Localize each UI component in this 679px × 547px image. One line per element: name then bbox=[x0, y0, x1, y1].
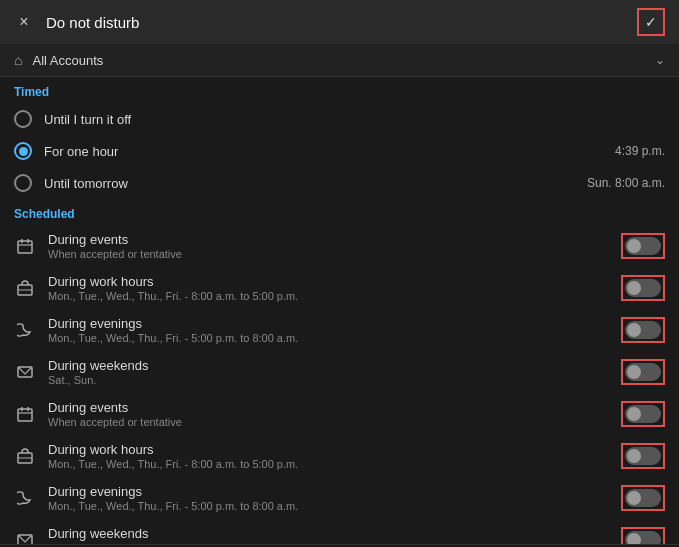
scheduled-title-6: During evenings bbox=[48, 484, 613, 499]
timed-option-1[interactable]: For one hour 4:39 p.m. bbox=[0, 135, 679, 167]
main-content: Timed Until I turn it off For one hour 4… bbox=[0, 77, 679, 544]
scheduled-text-6: During eveningsMon., Tue., Wed., Thu., F… bbox=[48, 484, 613, 512]
radio-button-2[interactable] bbox=[14, 174, 32, 192]
timed-time-1: 4:39 p.m. bbox=[615, 144, 665, 158]
account-name: All Accounts bbox=[32, 53, 655, 68]
toggle-container-6 bbox=[621, 485, 665, 511]
scheduled-item-6[interactable]: During eveningsMon., Tue., Wed., Thu., F… bbox=[0, 477, 679, 519]
close-icon: × bbox=[19, 13, 28, 31]
scheduled-item-0[interactable]: During eventsWhen accepted or tentative bbox=[0, 225, 679, 267]
header: × Do not disturb ✓ bbox=[0, 0, 679, 44]
toggle-2[interactable] bbox=[625, 321, 661, 339]
toggle-6[interactable] bbox=[625, 489, 661, 507]
scheduled-text-0: During eventsWhen accepted or tentative bbox=[48, 232, 613, 260]
calendar-icon-4 bbox=[14, 403, 36, 425]
moon-icon-6 bbox=[14, 487, 36, 509]
timed-label-2: Until tomorrow bbox=[44, 176, 587, 191]
toggle-container-5 bbox=[621, 443, 665, 469]
scheduled-title-3: During weekends bbox=[48, 358, 613, 373]
toggle-container-0 bbox=[621, 233, 665, 259]
scheduled-text-1: During work hoursMon., Tue., Wed., Thu.,… bbox=[48, 274, 613, 302]
scheduled-title-2: During evenings bbox=[48, 316, 613, 331]
scheduled-title-4: During events bbox=[48, 400, 613, 415]
account-selector[interactable]: ⌂ All Accounts ⌄ bbox=[0, 44, 679, 77]
toggle-7[interactable] bbox=[625, 531, 661, 544]
timed-section-label: Timed bbox=[0, 77, 679, 103]
scheduled-subtitle-3: Sat., Sun. bbox=[48, 374, 613, 386]
briefcase-icon-1 bbox=[14, 277, 36, 299]
scheduled-subtitle-2: Mon., Tue., Wed., Thu., Fri. - 5:00 p.m.… bbox=[48, 332, 613, 344]
timed-option-0[interactable]: Until I turn it off bbox=[0, 103, 679, 135]
chevron-down-icon: ⌄ bbox=[655, 53, 665, 67]
scheduled-item-5[interactable]: During work hoursMon., Tue., Wed., Thu.,… bbox=[0, 435, 679, 477]
scheduled-subtitle-4: When accepted or tentative bbox=[48, 416, 613, 428]
toggle-4[interactable] bbox=[625, 405, 661, 423]
scheduled-item-1[interactable]: During work hoursMon., Tue., Wed., Thu.,… bbox=[0, 267, 679, 309]
scheduled-title-5: During work hours bbox=[48, 442, 613, 457]
briefcase-icon-5 bbox=[14, 445, 36, 467]
toggle-container-2 bbox=[621, 317, 665, 343]
timed-label-0: Until I turn it off bbox=[44, 112, 665, 127]
timed-label-1: For one hour bbox=[44, 144, 615, 159]
scheduled-item-2[interactable]: During eveningsMon., Tue., Wed., Thu., F… bbox=[0, 309, 679, 351]
scheduled-subtitle-7: Sat., Sun. bbox=[48, 542, 613, 544]
svg-rect-0 bbox=[18, 241, 32, 253]
confirm-button[interactable]: ✓ bbox=[637, 8, 665, 36]
scheduled-item-4[interactable]: During eventsWhen accepted or tentative bbox=[0, 393, 679, 435]
scheduled-text-4: During eventsWhen accepted or tentative bbox=[48, 400, 613, 428]
check-icon: ✓ bbox=[645, 14, 657, 30]
scheduled-subtitle-5: Mon., Tue., Wed., Thu., Fri. - 8:00 a.m.… bbox=[48, 458, 613, 470]
scheduled-subtitle-6: Mon., Tue., Wed., Thu., Fri. - 5:00 p.m.… bbox=[48, 500, 613, 512]
radio-button-0[interactable] bbox=[14, 110, 32, 128]
scheduled-title-1: During work hours bbox=[48, 274, 613, 289]
timed-time-2: Sun. 8:00 a.m. bbox=[587, 176, 665, 190]
scheduled-text-3: During weekendsSat., Sun. bbox=[48, 358, 613, 386]
scheduled-text-7: During weekendsSat., Sun. bbox=[48, 526, 613, 544]
toggle-container-1 bbox=[621, 275, 665, 301]
scheduled-section-label: Scheduled bbox=[0, 199, 679, 225]
toggle-0[interactable] bbox=[625, 237, 661, 255]
close-button[interactable]: × bbox=[14, 12, 34, 32]
toggle-5[interactable] bbox=[625, 447, 661, 465]
envelope-icon-3 bbox=[14, 361, 36, 383]
scheduled-subtitle-1: Mon., Tue., Wed., Thu., Fri. - 8:00 a.m.… bbox=[48, 290, 613, 302]
scheduled-text-2: During eveningsMon., Tue., Wed., Thu., F… bbox=[48, 316, 613, 344]
calendar-icon-0 bbox=[14, 235, 36, 257]
envelope-icon-7 bbox=[14, 529, 36, 544]
toggle-container-7 bbox=[621, 527, 665, 544]
toggle-container-3 bbox=[621, 359, 665, 385]
scheduled-item-7[interactable]: During weekendsSat., Sun. bbox=[0, 519, 679, 544]
scheduled-title-7: During weekends bbox=[48, 526, 613, 541]
scheduled-list: During eventsWhen accepted or tentative … bbox=[0, 225, 679, 544]
home-icon: ⌂ bbox=[14, 52, 22, 68]
timed-option-2[interactable]: Until tomorrow Sun. 8:00 a.m. bbox=[0, 167, 679, 199]
scheduled-item-3[interactable]: During weekendsSat., Sun. bbox=[0, 351, 679, 393]
toggle-1[interactable] bbox=[625, 279, 661, 297]
svg-rect-7 bbox=[18, 409, 32, 421]
toggle-3[interactable] bbox=[625, 363, 661, 381]
scheduled-text-5: During work hoursMon., Tue., Wed., Thu.,… bbox=[48, 442, 613, 470]
scheduled-title-0: During events bbox=[48, 232, 613, 247]
toggle-container-4 bbox=[621, 401, 665, 427]
page-title: Do not disturb bbox=[46, 14, 637, 31]
moon-icon-2 bbox=[14, 319, 36, 341]
radio-button-1[interactable] bbox=[14, 142, 32, 160]
scheduled-subtitle-0: When accepted or tentative bbox=[48, 248, 613, 260]
